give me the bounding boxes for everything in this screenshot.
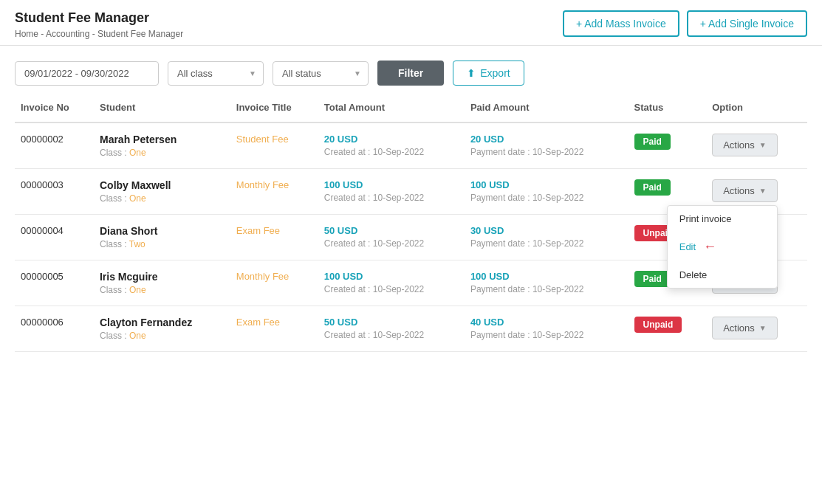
date-range-input[interactable] (15, 61, 159, 86)
invoice-no: 00000002 (15, 122, 94, 169)
paid-amount-value: 100 USD (470, 179, 623, 190)
col-student: Student (94, 93, 230, 122)
actions-button[interactable]: Actions ▼ (712, 179, 778, 202)
col-invoice-no: Invoice No (15, 93, 94, 122)
student-cell: Diana Short Class : Two (94, 215, 230, 260)
class-value: Two (129, 239, 145, 249)
export-label: Export (480, 67, 510, 79)
actions-label: Actions (723, 185, 755, 196)
class-value: One (129, 193, 146, 204)
status-badge: Unpaid (634, 317, 682, 333)
total-amount: 50 USD Created at : 10-Sep-2022 (318, 306, 465, 352)
add-single-invoice-button[interactable]: + Add Single Invoice (687, 10, 807, 37)
student-name: Colby Maxwell (100, 179, 225, 191)
class-select[interactable]: All class One Two Three (168, 61, 264, 86)
payment-date: Payment date : 10-Sep-2022 (470, 147, 623, 157)
invoice-no: 00000005 (15, 260, 94, 306)
print-invoice-menu-item[interactable]: Print invoice (668, 206, 777, 232)
invoice-no: 00000006 (15, 306, 94, 352)
table-header-row: Invoice No Student Invoice Title Total A… (15, 93, 807, 122)
col-status: Status (629, 93, 707, 122)
paid-amount: 100 USD Payment date : 10-Sep-2022 (465, 260, 629, 306)
student-class: Class : One (100, 285, 225, 295)
paid-amount: 30 USD Payment date : 10-Sep-2022 (465, 215, 629, 260)
actions-label: Actions (723, 139, 755, 151)
header-left: Student Fee Manager Home - Accounting - … (15, 10, 183, 39)
paid-amount: 100 USD Payment date : 10-Sep-2022 (465, 169, 629, 215)
actions-caret-icon: ▼ (759, 324, 767, 332)
export-button[interactable]: ⬆ Export (453, 61, 524, 86)
payment-date: Payment date : 10-Sep-2022 (470, 330, 623, 340)
payment-date: Payment date : 10-Sep-2022 (470, 193, 623, 203)
filters-bar: All class One Two Three ▼ All status Pai… (0, 46, 822, 93)
total-amount-value: 20 USD (324, 134, 459, 145)
total-created-at: Created at : 10-Sep-2022 (324, 238, 459, 249)
status-badge: Paid (634, 134, 671, 150)
student-name: Iris Mcguire (100, 271, 225, 283)
col-option: Option (706, 93, 807, 122)
student-cell: Marah Petersen Class : One (94, 122, 230, 169)
page-title: Student Fee Manager (15, 10, 183, 26)
total-amount-value: 50 USD (324, 225, 459, 236)
invoice-title: Monthly Fee (230, 169, 318, 215)
total-created-at: Created at : 10-Sep-2022 (324, 330, 459, 340)
student-cell: Iris Mcguire Class : One (94, 260, 230, 306)
paid-amount: 40 USD Payment date : 10-Sep-2022 (465, 306, 629, 352)
table-container: Invoice No Student Invoice Title Total A… (0, 93, 822, 352)
class-value: One (129, 285, 146, 295)
invoice-title: Exam Fee (230, 306, 318, 352)
invoice-title: Exam Fee (230, 215, 318, 260)
paid-amount-value: 40 USD (470, 317, 623, 328)
table-row: 00000002 Marah Petersen Class : One Stud… (15, 122, 807, 169)
actions-dropdown-menu: Print invoice Edit ← Delete (667, 205, 778, 289)
class-value: One (129, 148, 146, 158)
status-select-wrap: All status Paid Unpaid ▼ (273, 61, 369, 86)
total-amount-value: 100 USD (324, 179, 459, 190)
paid-amount: 20 USD Payment date : 10-Sep-2022 (465, 122, 629, 169)
col-paid-amount: Paid Amount (465, 93, 629, 122)
edit-arrow-indicator: ← (703, 239, 716, 255)
paid-amount-value: 30 USD (470, 225, 623, 236)
class-select-wrap: All class One Two Three ▼ (168, 61, 264, 86)
student-class: Class : One (100, 193, 225, 204)
paid-amount-value: 20 USD (470, 134, 623, 145)
page-header: Student Fee Manager Home - Accounting - … (0, 0, 822, 46)
breadcrumb-accounting: Accounting (46, 29, 89, 39)
add-mass-invoice-button[interactable]: + Add Mass Invoice (563, 10, 679, 37)
invoice-no: 00000004 (15, 215, 94, 260)
actions-caret-icon: ▼ (759, 187, 767, 195)
breadcrumb-current: Student Fee Manager (97, 29, 183, 39)
student-class: Class : One (100, 331, 225, 341)
total-created-at: Created at : 10-Sep-2022 (324, 147, 459, 157)
actions-cell: Actions ▼ (706, 122, 807, 169)
payment-date: Payment date : 10-Sep-2022 (470, 284, 623, 294)
status-cell: Paid (629, 122, 707, 169)
status-badge: Paid (634, 271, 671, 287)
actions-label: Actions (723, 322, 755, 334)
student-name: Marah Petersen (100, 134, 225, 145)
invoice-title: Monthly Fee (230, 260, 318, 306)
total-amount-value: 50 USD (324, 317, 459, 328)
filter-button[interactable]: Filter (377, 61, 444, 86)
breadcrumb: Home - Accounting - Student Fee Manager (15, 29, 183, 39)
actions-button[interactable]: Actions ▼ (712, 134, 778, 156)
delete-menu-item[interactable]: Delete (668, 262, 777, 288)
total-amount: 20 USD Created at : 10-Sep-2022 (318, 122, 465, 169)
payment-date: Payment date : 10-Sep-2022 (470, 238, 623, 249)
table-row: 00000003 Colby Maxwell Class : One Month… (15, 169, 807, 215)
actions-button[interactable]: Actions ▼ (712, 317, 778, 339)
invoice-no: 00000003 (15, 169, 94, 215)
status-select[interactable]: All status Paid Unpaid (273, 61, 369, 86)
status-badge: Paid (634, 179, 671, 196)
total-amount: 100 USD Created at : 10-Sep-2022 (318, 169, 465, 215)
total-amount: 50 USD Created at : 10-Sep-2022 (318, 215, 465, 260)
col-total-amount: Total Amount (318, 93, 465, 122)
student-name: Diana Short (100, 225, 225, 237)
export-icon: ⬆ (467, 67, 476, 79)
edit-menu-item[interactable]: Edit ← (668, 232, 777, 262)
actions-cell: Actions ▼ Print invoice Edit ← Delete (706, 169, 807, 215)
total-created-at: Created at : 10-Sep-2022 (324, 193, 459, 203)
invoice-title: Student Fee (230, 122, 318, 169)
student-class: Class : Two (100, 239, 225, 249)
table-row: 00000006 Clayton Fernandez Class : One E… (15, 306, 807, 352)
